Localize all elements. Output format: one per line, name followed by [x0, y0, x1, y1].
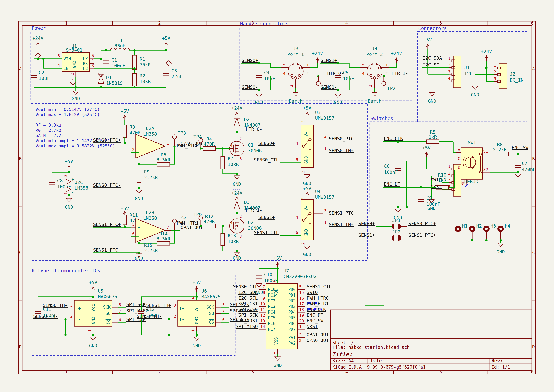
- j1-body: [453, 56, 461, 88]
- c5-ref: C5: [343, 70, 348, 75]
- svg-text:PA1: PA1: [288, 335, 296, 340]
- svg-text:10kR: 10kR: [228, 162, 239, 167]
- section-thermo-label: K-type thermocoupler ICs: [32, 268, 100, 273]
- generator-label: KiCad E.D.A. 9.99.0-679-g5f620f0fa1: [332, 364, 426, 370]
- svg-text:7: 7: [119, 309, 121, 314]
- svg-text:SCK: SCK: [103, 305, 111, 309]
- size-label: Size: A4: [332, 358, 354, 364]
- svg-text:470R: 470R: [204, 141, 215, 147]
- j3-ref: J3: [293, 46, 298, 51]
- label-cs1-u7: SPI_CS1: [238, 301, 258, 307]
- svg-text:JP2: JP2: [392, 229, 401, 234]
- svg-text:1: 1: [324, 220, 326, 224]
- svg-text:R14: R14: [159, 231, 167, 237]
- svg-text:GND: GND: [91, 317, 96, 324]
- j2-val: DC_IN: [510, 77, 524, 83]
- label-s0ptcp-jp1: SENS0_PTC+: [409, 221, 436, 226]
- svg-text:R4: R4: [207, 136, 212, 142]
- amplifier-section: Vout_min = 0.5147V (27°C) Vout_max = 1.6…: [35, 105, 356, 261]
- svg-text:Vcc: Vcc: [91, 304, 96, 312]
- svg-text:4: 4: [272, 351, 276, 354]
- svg-text:+5V: +5V: [193, 280, 201, 285]
- svg-text:MAX6675: MAX6675: [98, 294, 117, 299]
- svg-text:GND: GND: [334, 100, 342, 105]
- svg-text:U2C: U2C: [75, 180, 83, 185]
- svg-text:H4: H4: [505, 223, 510, 229]
- svg-text:1: 1: [385, 63, 388, 67]
- svg-text:S2: S2: [483, 167, 488, 172]
- frame-col: 4: [345, 21, 348, 26]
- svg-text:PD0: PD0: [288, 287, 296, 292]
- svg-text:4: 4: [191, 297, 195, 299]
- r2-resistor: [133, 73, 136, 86]
- svg-text:R15: R15: [144, 243, 152, 248]
- label-s1ptcp: SENS1_PTC+: [93, 222, 121, 227]
- label-s0ptcp: SENS0_PTC+: [93, 137, 121, 143]
- svg-text:R13: R13: [228, 233, 236, 238]
- svg-text:+5V: +5V: [121, 206, 129, 211]
- svg-text:12: 12: [260, 313, 265, 318]
- svg-text:+5V: +5V: [422, 145, 430, 151]
- svg-text:2: 2: [301, 171, 305, 173]
- label-s0thp-u5: SENS0_TH+: [43, 303, 68, 308]
- frame-col: 3: [251, 369, 254, 374]
- r1-val: 75kR: [140, 62, 151, 68]
- title-block: Sheet: / File: hakko_station.kicad_sch T…: [330, 306, 532, 371]
- r13-resistor: [221, 233, 225, 245]
- label-s1ptcp-jp2: SENS1_PTC+: [409, 232, 436, 238]
- svg-text:U3: U3: [315, 110, 321, 115]
- svg-text:R10: R10: [438, 172, 446, 178]
- svg-text:GND: GND: [65, 204, 73, 210]
- label-miso-u7: SPI_MISO: [236, 324, 258, 329]
- svg-text:2: 2: [173, 314, 176, 319]
- r9-resistor: [137, 170, 141, 182]
- svg-text:470R: 470R: [204, 219, 215, 224]
- svg-text:R12: R12: [205, 214, 213, 219]
- svg-text:3: 3: [289, 85, 294, 87]
- svg-text:4: 4: [283, 71, 285, 76]
- svg-text:+: +: [138, 140, 140, 146]
- section-power-label: Power: [32, 25, 46, 31]
- svg-text:PC3: PC3: [268, 304, 275, 309]
- svg-text:5: 5: [57, 54, 60, 58]
- svg-text:GND: GND: [72, 61, 77, 68]
- svg-text:2: 2: [385, 71, 388, 76]
- svg-text:JP1: JP1: [392, 217, 401, 223]
- svg-text:PD7: PD7: [288, 327, 296, 332]
- svg-text:+5V: +5V: [274, 255, 282, 261]
- label-sens0m: SENS0-: [242, 84, 258, 90]
- svg-text:LM358: LM358: [143, 131, 157, 137]
- svg-text:EN: EN: [63, 66, 68, 71]
- svg-text:3: 3: [448, 178, 450, 182]
- r6-resistor: [157, 162, 170, 166]
- svg-text:7: 7: [166, 225, 169, 230]
- svg-text:CS: CS: [106, 320, 111, 324]
- annotation: Vout_min = 0.5147V (27°C): [35, 107, 100, 112]
- svg-text:20: 20: [299, 319, 304, 323]
- svg-text:SCK: SCK: [207, 305, 214, 309]
- svg-text:3: 3: [173, 303, 176, 308]
- svg-text:H2: H2: [476, 223, 482, 229]
- c2-ref: C2: [39, 70, 44, 75]
- u7-val: CH32V003FxUx: [284, 274, 317, 279]
- handle-connectors-section: SENS0+ C4 10nF SENS0- GND 54 12 3 J3 Por…: [241, 46, 408, 105]
- annotation: Vout_max_ampl = 3.5822V (525°C): [35, 143, 115, 148]
- svg-text:SW1: SW1: [468, 140, 476, 145]
- svg-text:T-: T-: [76, 317, 81, 322]
- svg-text:3: 3: [70, 303, 72, 308]
- svg-text:H3: H3: [491, 223, 496, 229]
- svg-text:19: 19: [299, 313, 304, 318]
- r8-resistor: [496, 152, 509, 156]
- svg-text:GND: GND: [471, 92, 479, 98]
- svg-text:GND: GND: [233, 255, 241, 261]
- label-sens0p-u3: SENS0+: [258, 141, 275, 146]
- svg-text:6: 6: [119, 318, 121, 322]
- tp2-ref: TP2: [387, 86, 395, 91]
- svg-text:470nF: 470nF: [522, 167, 535, 172]
- svg-text:MP: MP: [461, 181, 465, 185]
- section-connectors-label: Connectors: [418, 26, 447, 31]
- svg-text:1kR: 1kR: [429, 134, 437, 140]
- id-label: Id: 1/1: [492, 364, 510, 370]
- svg-text:GND: GND: [497, 249, 505, 255]
- label-sens0p: SENS0+: [242, 58, 258, 63]
